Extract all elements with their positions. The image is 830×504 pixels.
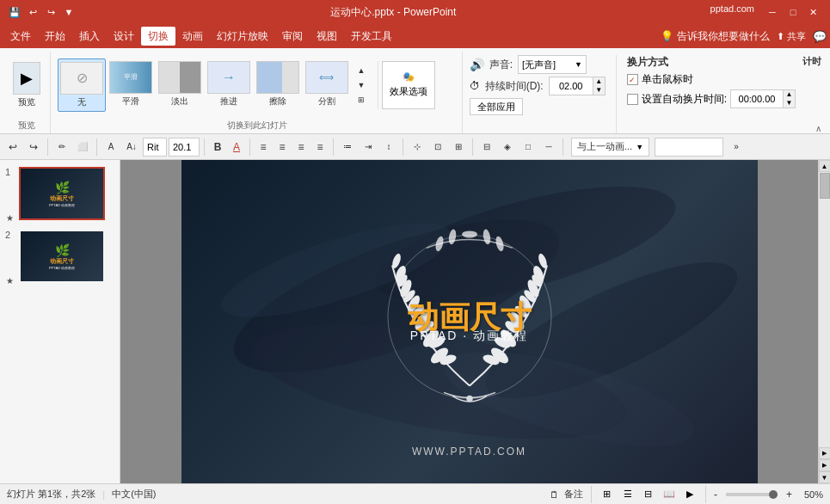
view-slideshow-btn[interactable]: ▶ [682, 487, 698, 502]
slide-thumb-2[interactable]: 2 ★ 🌿 动画尺寸 PPTAD·动画教程 [5, 230, 114, 286]
menu-developer[interactable]: 开发工具 [344, 27, 399, 46]
transition-push[interactable]: → 推进 [206, 58, 253, 112]
menu-design[interactable]: 设计 [107, 27, 141, 46]
transition-wipe[interactable]: 擦除 [254, 58, 301, 112]
customize-quick-btn[interactable]: ▼ [61, 4, 77, 20]
gallery-up-btn[interactable]: ▲ [352, 64, 371, 77]
transition-label-split: 分割 [318, 95, 335, 108]
menu-review[interactable]: 审阅 [275, 27, 310, 46]
text-color-a: A [233, 141, 240, 153]
auto-time-input[interactable] [731, 90, 783, 108]
transition-split[interactable]: ⟺ 分割 [303, 58, 350, 112]
align-left-button[interactable]: ≡ [255, 138, 272, 157]
scroll-thumb[interactable] [820, 173, 830, 199]
list-btn[interactable]: ≔ [338, 138, 357, 157]
share-button[interactable]: ⬆ 共享 [777, 30, 806, 43]
transition-smooth[interactable]: 平滑 平滑 [108, 58, 155, 112]
fill-btn[interactable]: ◈ [498, 138, 517, 157]
view-slide-sorter-btn[interactable]: ⊟ [641, 487, 656, 502]
minimize-button[interactable]: ─ [763, 3, 782, 21]
slide-1-thumb[interactable]: 🌿 动画尺寸 PPTAD·动画教程 [19, 167, 105, 220]
view-normal-btn[interactable]: ⊞ [599, 487, 615, 502]
undo-quick-btn[interactable]: ↩ [25, 4, 40, 20]
save-quick-btn[interactable]: 💾 [7, 4, 22, 20]
duration-row: ⏱ 持续时间(D): ▲ ▼ [470, 77, 606, 95]
help-label[interactable]: 告诉我你想要做什么 [677, 29, 770, 44]
menu-animation[interactable]: 动画 [175, 27, 210, 46]
text-color-button[interactable]: A [228, 138, 245, 157]
menu-file[interactable]: 文件 [3, 27, 38, 46]
effect-options-button[interactable]: 🎭 效果选项 [382, 61, 435, 109]
help-text[interactable]: 💡 告诉我你想要做什么 [661, 29, 770, 44]
comment-button[interactable]: 💬 [813, 30, 827, 43]
close-button[interactable]: ✕ [804, 3, 823, 21]
spacing-btn[interactable]: ↕ [379, 138, 398, 157]
shape-btn[interactable]: ⬜ [73, 138, 92, 157]
transition-fade[interactable]: 淡出 [157, 58, 204, 112]
duration-up-btn[interactable]: ▲ [593, 77, 605, 86]
duration-input[interactable] [550, 77, 593, 95]
menu-view[interactable]: 视图 [310, 27, 344, 46]
align-center-button[interactable]: ≡ [274, 138, 291, 157]
gallery-down-btn[interactable]: ▼ [352, 78, 371, 92]
more-btn[interactable]: ⊟ [477, 138, 496, 157]
draw-btn[interactable]: ✏ [52, 138, 71, 157]
maximize-button[interactable]: □ [784, 3, 802, 21]
duration-label: 持续时间(D): [485, 79, 544, 94]
slide-1-mini-subtitle: PPTAD·动画教程 [49, 203, 75, 207]
redo-button[interactable]: ↪ [24, 138, 43, 157]
zoom-slider[interactable] [726, 493, 778, 496]
font-size-decrease[interactable]: A↓ [122, 138, 141, 157]
menu-transition[interactable]: 切换 [141, 27, 175, 46]
scroll-up-button[interactable]: ▲ [819, 160, 831, 172]
apply-all-button[interactable]: 全部应用 [470, 98, 523, 115]
auto-advance-checkbox[interactable] [627, 94, 638, 105]
transition-label-wipe: 擦除 [269, 95, 286, 108]
pptad-link[interactable]: pptad.com [710, 3, 754, 21]
font-name-display[interactable]: Rit [143, 138, 167, 157]
view-outline-btn[interactable]: ☰ [620, 487, 636, 502]
slide-2-thumb[interactable]: 🌿 动画尺寸 PPTAD·动画教程 [19, 230, 105, 283]
menu-start[interactable]: 开始 [38, 27, 72, 46]
gallery-expand-btn[interactable]: ⊞ [352, 93, 371, 107]
dash-btn[interactable]: ─ [539, 138, 558, 157]
zoom-plus-btn[interactable]: + [786, 489, 792, 501]
indent-btn[interactable]: ⇥ [359, 138, 378, 157]
select-btn[interactable]: ⊹ [408, 138, 427, 157]
align-justify-button[interactable]: ≡ [311, 138, 329, 157]
on-click-checkbox[interactable] [627, 74, 638, 85]
transitions-group-label: 切换到此幻灯片 [58, 118, 457, 133]
slide-2-wreath-icon: 🌿 [55, 243, 70, 257]
transition-none[interactable]: ⊘ 无 [58, 58, 106, 112]
align-right-button[interactable]: ≡ [292, 138, 310, 157]
slide-thumb-1[interactable]: 1 ★ 🌿 动画尺寸 PPTAD·动画教程 [5, 167, 114, 223]
crop-btn[interactable]: ⊞ [449, 138, 468, 157]
bold-button[interactable]: B [209, 138, 226, 157]
scroll-right-btn-2[interactable]: ▶ [819, 459, 831, 471]
preview-button[interactable]: ▶ 预览 [9, 59, 45, 111]
auto-time-up-btn[interactable]: ▲ [783, 90, 795, 99]
menu-insert[interactable]: 插入 [72, 27, 107, 46]
sound-select[interactable]: [无声音] ▼ [518, 55, 587, 74]
duration-down-btn[interactable]: ▼ [593, 86, 605, 95]
ribbon-collapse-button[interactable]: ∧ [815, 124, 821, 133]
view-reading-btn[interactable]: 📖 [661, 487, 677, 502]
ribbon-group-preview: ▶ 预览 预览 [3, 52, 51, 133]
text-box-btn[interactable]: A [101, 138, 120, 157]
scroll-right-btn-1[interactable]: ▶ [819, 447, 831, 459]
animation-value-box[interactable] [655, 138, 723, 157]
zoom-minus-btn[interactable]: - [714, 489, 717, 501]
arrange-btn[interactable]: ⊡ [428, 138, 447, 157]
auto-time-down-btn[interactable]: ▼ [783, 99, 795, 108]
scroll-down-button[interactable]: ▼ [819, 471, 831, 483]
redo-quick-btn[interactable]: ↪ [43, 4, 58, 20]
menu-slideshow[interactable]: 幻灯片放映 [210, 27, 275, 46]
font-size-display[interactable]: 20.1 [169, 138, 200, 157]
border-btn[interactable]: □ [519, 138, 538, 157]
zoom-level[interactable]: 50% [797, 489, 823, 500]
slide-canvas[interactable]: 动画尺寸 PPTAD · 动画教程 WWW.PPTAD.COM [181, 160, 758, 483]
undo-button[interactable]: ↩ [3, 138, 22, 157]
notes-label[interactable]: 备注 [564, 488, 583, 501]
toolbar-expand-btn[interactable]: » [727, 138, 746, 157]
svg-point-33 [433, 236, 444, 252]
